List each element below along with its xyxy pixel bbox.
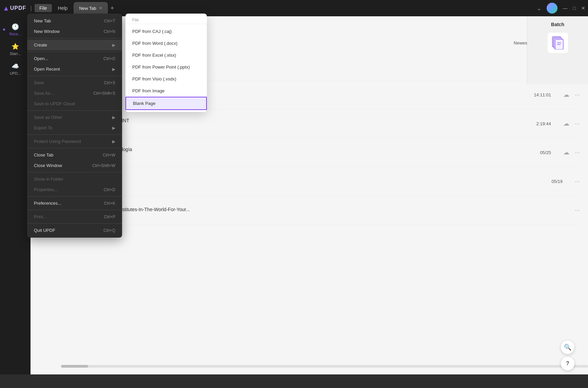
menu-item-label: Save to UPDF Cloud — [34, 101, 75, 106]
menu-item-label: Save — [34, 80, 44, 85]
submenu-item-image[interactable]: PDF from Image — [125, 85, 207, 97]
submenu-item-caj[interactable]: PDF from CAJ (.caj) — [125, 25, 207, 37]
menu-item-show-folder: Show in Folder — [27, 174, 122, 184]
submenu-item-label: PDF from CAJ (.caj) — [132, 29, 172, 34]
menu-item-label: Quit UPDF — [34, 228, 55, 233]
submenu-section-label: File — [125, 16, 207, 24]
menu-item-new-tab[interactable]: New Tab Ctrl+T — [27, 16, 122, 26]
submenu-item-pptx[interactable]: PDF from Power Point (.pptx) — [125, 61, 207, 73]
menu-item-label: Save As... — [34, 91, 54, 96]
separator — [27, 52, 122, 52]
create-submenu: File PDF from CAJ (.caj) PDF from Word (… — [125, 14, 207, 112]
menu-item-label: Close Tab — [34, 152, 54, 158]
menu-item-save-cloud: Save to UPDF Cloud — [27, 98, 122, 109]
menu-item-close-window[interactable]: Close Window Ctrl+Shift+W — [27, 160, 122, 171]
menu-item-label: New Tab — [34, 18, 51, 23]
menu-item-save-as-other: Save as Other ▶ — [27, 112, 122, 123]
file-dropdown-menu: New Tab Ctrl+T New Window Ctrl+N Create … — [27, 14, 122, 238]
menu-item-label: Open Recent — [34, 67, 60, 72]
menu-item-shortcut: Ctrl+W — [103, 153, 115, 158]
submenu-item-label: PDF from Excel (.xlsx) — [132, 53, 176, 58]
menu-item-shortcut: Ctrl+S — [104, 80, 115, 85]
menu-item-shortcut: Ctrl+Shift+S — [93, 91, 115, 96]
menu-item-shortcut: Ctrl+P — [104, 215, 115, 219]
menu-item-shortcut: Ctrl+T — [104, 19, 115, 23]
menu-item-label: Create — [34, 42, 47, 48]
submenu-item-label: PDF from Power Point (.pptx) — [132, 64, 190, 70]
menu-item-label: Preferences... — [34, 201, 61, 206]
menu-item-shortcut: Ctrl+K — [104, 201, 115, 206]
menu-item-open-recent[interactable]: Open Recent ▶ — [27, 64, 122, 74]
submenu-item-excel[interactable]: PDF from Excel (.xlsx) — [125, 49, 207, 61]
menu-item-open[interactable]: Open... Ctrl+O — [27, 53, 122, 64]
menu-item-shortcut: Ctrl+Q — [103, 228, 115, 233]
menu-item-label: Open... — [34, 56, 48, 61]
menu-item-label: New Window — [34, 29, 60, 34]
menu-item-properties: Properties... Ctrl+D — [27, 184, 122, 195]
separator — [27, 223, 122, 224]
separator — [27, 38, 122, 38]
separator — [27, 76, 122, 76]
menu-item-shortcut: Ctrl+O — [103, 56, 115, 61]
menu-item-close-tab[interactable]: Close Tab Ctrl+W — [27, 150, 122, 160]
menu-item-shortcut: Ctrl+D — [104, 187, 115, 192]
separator — [27, 134, 122, 135]
submenu-item-label: PDF from Visio (.vsdx) — [132, 76, 176, 81]
submenu-item-visio[interactable]: PDF from Visio (.vsdx) — [125, 73, 207, 85]
submenu-arrow-icon: ▶ — [112, 67, 115, 72]
separator — [27, 148, 122, 148]
menu-item-new-window[interactable]: New Window Ctrl+N — [27, 26, 122, 37]
menu-item-shortcut: Ctrl+N — [104, 29, 115, 34]
submenu-item-blank[interactable]: Blank Page — [125, 97, 207, 110]
separator — [27, 210, 122, 210]
menu-item-export-to: Export To ▶ — [27, 123, 122, 133]
menu-item-print: Print... Ctrl+P — [27, 211, 122, 222]
separator — [27, 110, 122, 111]
menu-item-label: Close Window — [34, 163, 62, 168]
submenu-item-label: PDF from Image — [132, 88, 164, 93]
menu-item-shortcut: Ctrl+Shift+W — [92, 163, 115, 168]
menu-item-save: Save Ctrl+S — [27, 77, 122, 88]
menu-item-label: Show in Folder — [34, 177, 63, 182]
menu-item-create[interactable]: Create ▶ — [27, 40, 122, 50]
submenu-arrow-icon: ▶ — [112, 139, 115, 144]
submenu-arrow-icon: ▶ — [112, 43, 115, 48]
menu-item-protect: Protect Using Password ▶ — [27, 136, 122, 147]
submenu-item-label: Blank Page — [133, 101, 156, 106]
menu-item-label: Properties... — [34, 187, 58, 192]
separator — [27, 172, 122, 172]
submenu-item-word[interactable]: PDF from Word (.docx) — [125, 37, 207, 49]
submenu-item-label: PDF from Word (.docx) — [132, 41, 177, 46]
menu-item-quit[interactable]: Quit UPDF Ctrl+Q — [27, 225, 122, 236]
menu-item-save-as: Save As... Ctrl+Shift+S — [27, 88, 122, 98]
menu-item-label: Protect Using Password — [34, 139, 81, 144]
dropdown-overlay: New Tab Ctrl+T New Window Ctrl+N Create … — [0, 0, 588, 388]
menu-item-label: Print... — [34, 214, 47, 219]
submenu-arrow-icon: ▶ — [112, 126, 115, 130]
menu-item-label: Export To — [34, 125, 53, 130]
menu-item-label: Save as Other — [34, 115, 62, 120]
submenu-arrow-icon: ▶ — [112, 115, 115, 120]
menu-item-preferences[interactable]: Preferences... Ctrl+K — [27, 198, 122, 208]
separator — [27, 196, 122, 197]
